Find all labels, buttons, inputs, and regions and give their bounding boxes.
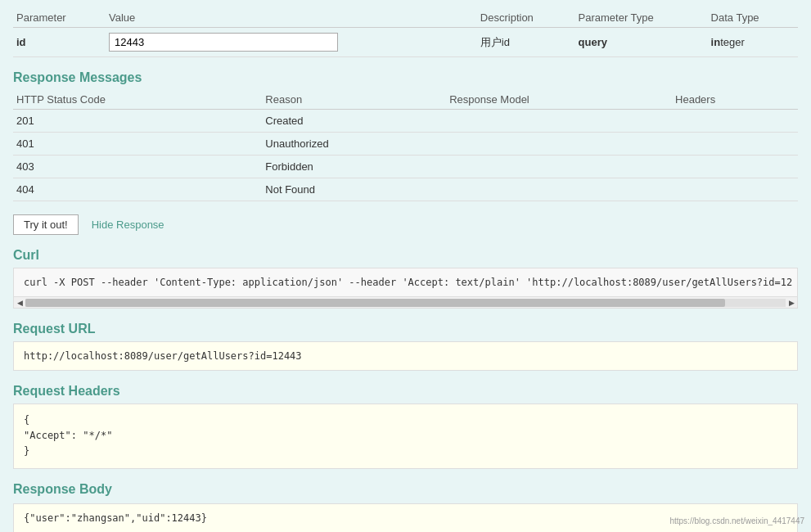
scroll-left-arrow[interactable]: ◀	[14, 297, 25, 309]
datatype-col-header: Data Type	[708, 8, 798, 28]
page-wrapper: Parameter Value Description Parameter Ty…	[0, 0, 811, 532]
param-name: id	[13, 28, 106, 57]
response-col-header: Response Model	[446, 90, 672, 110]
response-col-header: HTTP Status Code	[13, 90, 262, 110]
request-headers-heading: Request Headers	[13, 384, 798, 399]
curl-content: curl -X POST --header 'Content-Type: app…	[14, 268, 797, 296]
header-line: }	[24, 444, 787, 459]
header-line: {	[24, 413, 787, 428]
response-col-header: Reason	[262, 90, 446, 110]
reason-text: Created	[262, 110, 446, 133]
url-box: http://localhost:8089/user/getAllUsers?i…	[13, 341, 798, 371]
response-row: 404Not Found	[13, 178, 798, 201]
reason-text: Forbidden	[262, 156, 446, 178]
headers-text	[672, 178, 798, 201]
response-messages-heading: Response Messages	[13, 70, 798, 85]
reason-text: Unauthorized	[262, 133, 446, 156]
response-row: 403Forbidden	[13, 156, 798, 178]
request-url-section: Request URL http://localhost:8089/user/g…	[13, 322, 798, 371]
curl-heading: Curl	[13, 248, 798, 263]
try-it-area: Try it out! Hide Response	[13, 214, 798, 235]
try-it-button[interactable]: Try it out!	[13, 214, 79, 235]
response-row: 201Created	[13, 110, 798, 133]
param-type: query	[575, 28, 708, 57]
response-col-header: Headers	[672, 90, 798, 110]
model-text	[446, 156, 672, 178]
model-text	[446, 110, 672, 133]
model-text	[446, 133, 672, 156]
params-table: Parameter Value Description Parameter Ty…	[13, 8, 798, 57]
scroll-thumb	[25, 299, 725, 307]
response-row: 401Unauthorized	[13, 133, 798, 156]
param-row: id用户idqueryinteger	[13, 28, 798, 57]
hide-response-link[interactable]: Hide Response	[92, 219, 164, 231]
status-code: 403	[13, 156, 262, 178]
param-datatype: integer	[708, 28, 798, 57]
headers-text	[672, 156, 798, 178]
param-value-input[interactable]	[109, 33, 338, 52]
url-text: http://localhost:8089/user/getAllUsers?i…	[24, 350, 302, 362]
curl-scrollbar[interactable]: ◀ ▶	[14, 296, 797, 308]
headers-text	[672, 133, 798, 156]
value-col-header: Value	[106, 8, 477, 28]
response-table: HTTP Status CodeReasonResponse ModelHead…	[13, 90, 798, 201]
request-headers-section: Request Headers { "Accept": "*/*"}	[13, 384, 798, 469]
param-col-header: Parameter	[13, 8, 106, 28]
status-code: 401	[13, 133, 262, 156]
status-code: 201	[13, 110, 262, 133]
response-body-heading: Response Body	[13, 482, 798, 497]
curl-text: curl -X POST --header 'Content-Type: app…	[24, 277, 792, 288]
model-text	[446, 178, 672, 201]
request-url-heading: Request URL	[13, 322, 798, 336]
response-body-text: {"user":"zhangsan","uid":12443}	[24, 512, 207, 524]
headers-box: { "Accept": "*/*"}	[13, 404, 798, 469]
curl-wrapper: curl -X POST --header 'Content-Type: app…	[13, 268, 798, 309]
reason-text: Not Found	[262, 178, 446, 201]
status-code: 404	[13, 178, 262, 201]
header-line: "Accept": "*/*"	[24, 428, 787, 444]
desc-col-header: Description	[477, 8, 575, 28]
scroll-right-arrow[interactable]: ▶	[786, 297, 797, 309]
param-description: 用户id	[477, 28, 575, 57]
paramtype-col-header: Parameter Type	[575, 8, 708, 28]
param-value-cell	[106, 28, 477, 57]
curl-section: Curl curl -X POST --header 'Content-Type…	[13, 248, 798, 309]
scroll-track	[25, 299, 786, 307]
headers-text	[672, 110, 798, 133]
watermark: https://blog.csdn.net/weixin_4417447	[669, 516, 804, 525]
